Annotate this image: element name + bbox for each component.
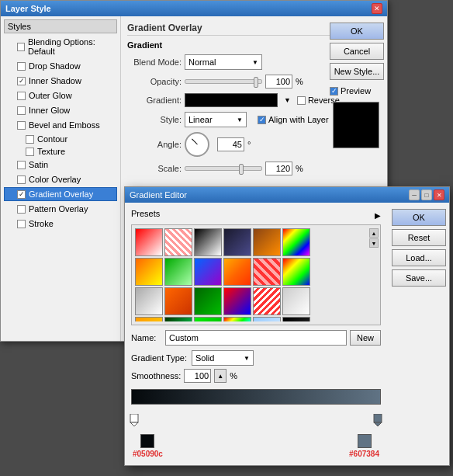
cancel-button[interactable]: Cancel bbox=[330, 43, 384, 60]
angle-label: Angle: bbox=[127, 140, 182, 149]
preset-swatch-17[interactable] bbox=[253, 287, 281, 315]
sidebar-item-outer-glow[interactable]: Outer Glow bbox=[4, 89, 117, 102]
sidebar-item-color-overlay[interactable]: Color Overlay bbox=[4, 172, 117, 186]
preset-swatch-19[interactable] bbox=[135, 317, 163, 321]
preset-swatch-13[interactable] bbox=[135, 287, 163, 315]
ge-save-button[interactable]: Save... bbox=[392, 269, 446, 287]
style-arrow-icon: ▼ bbox=[237, 116, 243, 123]
preset-swatch-20[interactable] bbox=[164, 317, 192, 321]
preset-swatch-2[interactable] bbox=[164, 228, 192, 256]
align-layer-checkbox[interactable]: ✓ bbox=[258, 116, 266, 124]
bevel-emboss-checkbox[interactable] bbox=[17, 121, 26, 130]
gradient-type-dropdown[interactable]: Solid ▼ bbox=[192, 350, 254, 366]
inner-shadow-label: Inner Shadow bbox=[29, 76, 81, 85]
inner-glow-checkbox[interactable] bbox=[17, 106, 26, 115]
style-label: Style: bbox=[127, 115, 182, 124]
opacity-value[interactable]: 100 bbox=[265, 75, 292, 89]
preview-checkbox[interactable]: ✓ bbox=[330, 87, 338, 96]
presets-scroll-down[interactable]: ▼ bbox=[369, 238, 379, 248]
gradient-stop-left[interactable] bbox=[130, 414, 139, 428]
maximize-button[interactable]: □ bbox=[421, 189, 432, 200]
preset-swatch-5[interactable] bbox=[253, 228, 281, 256]
smoothness-value[interactable]: 100 bbox=[184, 369, 211, 383]
sidebar-item-drop-shadow[interactable]: Drop Shadow bbox=[4, 59, 117, 73]
texture-checkbox[interactable] bbox=[26, 148, 34, 156]
stop-right-color-swatch[interactable] bbox=[358, 434, 372, 448]
preset-swatch-10[interactable] bbox=[223, 258, 251, 286]
satin-checkbox[interactable] bbox=[17, 161, 26, 169]
angle-dial[interactable] bbox=[185, 132, 209, 157]
contour-checkbox[interactable] bbox=[26, 135, 34, 144]
preset-swatch-7[interactable] bbox=[135, 258, 163, 286]
scale-slider-thumb[interactable] bbox=[239, 164, 244, 175]
preset-swatch-14[interactable] bbox=[164, 287, 192, 315]
name-label: Name: bbox=[131, 333, 162, 342]
preset-swatch-24[interactable] bbox=[282, 317, 310, 321]
preset-swatch-3[interactable] bbox=[194, 228, 222, 256]
preset-swatch-15[interactable] bbox=[194, 287, 222, 315]
ge-load-button[interactable]: Load... bbox=[392, 249, 446, 266]
layer-style-close-button[interactable]: ✕ bbox=[372, 3, 382, 14]
preset-swatch-21[interactable] bbox=[194, 317, 222, 321]
preset-swatch-6[interactable] bbox=[282, 228, 310, 256]
opacity-slider-container bbox=[185, 79, 262, 84]
gradient-preview-bar[interactable] bbox=[131, 389, 381, 405]
inner-shadow-checkbox[interactable]: ✓ bbox=[17, 77, 26, 85]
sidebar-item-stroke[interactable]: Stroke bbox=[4, 217, 117, 231]
sidebar-item-bevel-emboss[interactable]: Bevel and Emboss bbox=[4, 118, 117, 132]
sidebar-item-texture[interactable]: Texture bbox=[4, 145, 117, 158]
preset-swatch-22[interactable] bbox=[223, 317, 251, 321]
minimize-button[interactable]: ─ bbox=[409, 189, 420, 200]
contour-label: Contour bbox=[37, 134, 67, 144]
opacity-slider-thumb[interactable] bbox=[254, 77, 258, 88]
preset-swatch-18[interactable] bbox=[282, 287, 310, 315]
preset-swatch-12[interactable] bbox=[282, 258, 310, 286]
preset-swatch-11[interactable] bbox=[253, 258, 281, 286]
stop-left-color-swatch[interactable] bbox=[140, 434, 154, 448]
layer-style-right-buttons: OK Cancel New Style... ✓ Preview bbox=[325, 16, 387, 155]
preset-swatch-16[interactable] bbox=[223, 287, 251, 315]
ok-button[interactable]: OK bbox=[330, 23, 384, 40]
presets-expand-icon[interactable]: ▶ bbox=[375, 211, 381, 220]
pattern-overlay-checkbox[interactable] bbox=[17, 205, 26, 214]
gradient-overlay-checkbox[interactable]: ✓ bbox=[17, 190, 26, 199]
opacity-slider-track[interactable] bbox=[185, 79, 262, 84]
blending-options-checkbox[interactable] bbox=[17, 43, 25, 51]
sidebar-item-contour[interactable]: Contour bbox=[4, 133, 117, 145]
drop-shadow-checkbox[interactable] bbox=[17, 62, 26, 71]
preset-swatch-23[interactable] bbox=[253, 317, 281, 321]
gradient-stop-right[interactable] bbox=[373, 414, 382, 428]
angle-value[interactable]: 45 bbox=[217, 137, 244, 151]
blending-options-label: Blending Options: Default bbox=[28, 37, 113, 56]
preset-swatch-4[interactable] bbox=[223, 228, 251, 256]
gradient-picker[interactable] bbox=[185, 93, 278, 107]
smoothness-increment-button[interactable]: ▲ bbox=[214, 369, 226, 383]
gradient-editor-close-button[interactable]: ✕ bbox=[434, 189, 444, 200]
stroke-checkbox[interactable] bbox=[17, 220, 26, 228]
layer-style-titlebar: Layer Style ✕ bbox=[1, 1, 387, 16]
new-style-button[interactable]: New Style... bbox=[330, 63, 384, 80]
gradient-expand-icon[interactable]: ▼ bbox=[284, 96, 291, 104]
scale-slider-track[interactable] bbox=[185, 166, 262, 171]
sidebar-item-pattern-overlay[interactable]: Pattern Overlay bbox=[4, 202, 117, 216]
outer-glow-checkbox[interactable] bbox=[17, 92, 26, 100]
blend-mode-dropdown[interactable]: Normal ▼ bbox=[185, 54, 262, 70]
preset-swatch-9[interactable] bbox=[194, 258, 222, 286]
ge-ok-button[interactable]: OK bbox=[392, 209, 446, 226]
scale-value[interactable]: 120 bbox=[265, 162, 292, 175]
ge-reset-button[interactable]: Reset bbox=[392, 229, 446, 246]
preset-swatch-8[interactable] bbox=[164, 258, 192, 286]
presets-scroll-up[interactable]: ▲ bbox=[369, 228, 379, 238]
sidebar-item-gradient-overlay[interactable]: ✓ Gradient Overlay bbox=[4, 187, 117, 201]
color-overlay-checkbox[interactable] bbox=[17, 175, 26, 184]
gradient-name-input[interactable] bbox=[165, 330, 347, 346]
sidebar-item-inner-shadow[interactable]: ✓ Inner Shadow bbox=[4, 74, 117, 88]
preset-swatch-1[interactable] bbox=[135, 228, 163, 256]
sidebar-item-blending-options[interactable]: Blending Options: Default bbox=[4, 35, 117, 58]
sidebar-item-satin[interactable]: Satin bbox=[4, 158, 117, 172]
sidebar-item-inner-glow[interactable]: Inner Glow bbox=[4, 103, 117, 117]
gradient-new-button[interactable]: New bbox=[350, 330, 381, 346]
reverse-checkbox[interactable] bbox=[297, 96, 306, 105]
style-dropdown[interactable]: Linear ▼ bbox=[185, 112, 247, 127]
gradient-type-label: Gradient Type: bbox=[131, 353, 187, 363]
